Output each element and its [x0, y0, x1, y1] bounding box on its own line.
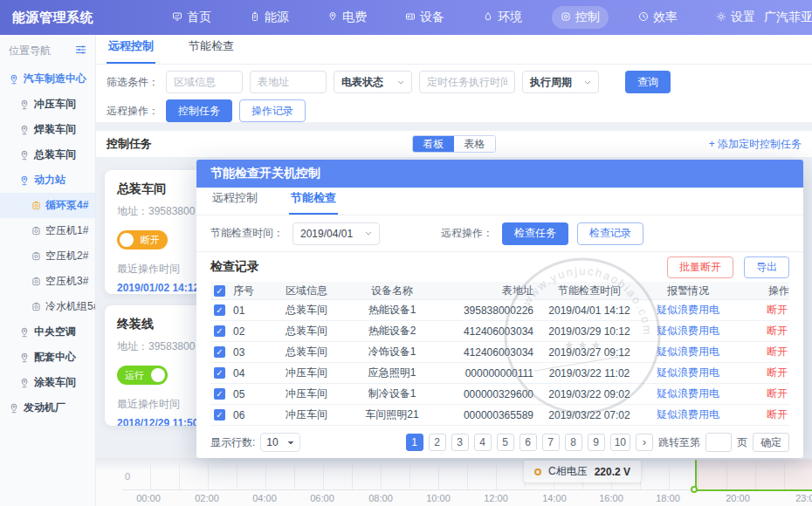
tree-filter-icon[interactable]	[75, 44, 86, 58]
next-page-button[interactable]: ›	[636, 434, 653, 451]
electricity-fee-icon	[327, 10, 338, 24]
alarm-link[interactable]: 疑似浪费用电	[645, 303, 731, 318]
table-view-button[interactable]: 表格	[454, 136, 495, 152]
period-select[interactable]: 执行周期	[522, 71, 599, 93]
sidebar-item-power-station[interactable]: 动力站	[0, 168, 95, 193]
table-row: ✓03 总装车间 冷饰设备1 412406003034 2019/03/27 0…	[210, 342, 789, 363]
row-checkbox[interactable]: ✓	[214, 304, 225, 316]
tab-remote-control[interactable]: 远程控制	[107, 38, 155, 64]
query-button[interactable]: 查询	[625, 71, 671, 93]
board-view-button[interactable]: 看板	[413, 136, 454, 152]
nav-item-environment[interactable]: 环境	[474, 6, 531, 29]
page-button-1[interactable]: 1	[406, 434, 423, 451]
disconnect-action[interactable]: 断开	[731, 303, 789, 318]
select-all-checkbox[interactable]: ✓	[214, 285, 225, 297]
sidebar-item-engine-plant[interactable]: 发动机厂	[0, 395, 95, 421]
page-button-6[interactable]: 6	[520, 434, 537, 451]
nav-item-control[interactable]: 控制	[552, 6, 609, 29]
sidebar-item-circulation-pump-4[interactable]: 循环泵4#	[0, 193, 95, 218]
alarm-link[interactable]: 疑似浪费用电	[645, 345, 731, 359]
tooltip-value: 220.2 V	[595, 466, 630, 478]
control-task-button[interactable]: 控制任务	[166, 99, 232, 122]
area-info-input[interactable]	[166, 71, 243, 93]
page-button-4[interactable]: 4	[474, 434, 492, 451]
voltage-chart: 0 C相电压 220.2 V 00:00 02:00 04:00 06:00 0…	[96, 458, 812, 506]
batch-disconnect-button[interactable]: 批量断开	[667, 256, 733, 278]
page-button-10[interactable]: 10	[610, 434, 630, 451]
jump-page-input[interactable]	[705, 433, 732, 452]
confirm-button[interactable]: 确定	[753, 433, 789, 452]
page-button-5[interactable]: 5	[497, 434, 514, 451]
records-title: 检查记录	[210, 259, 657, 275]
nav-item-efficiency[interactable]: 效率	[630, 6, 686, 29]
sidebar-item-central-ac[interactable]: 中央空调	[0, 319, 95, 345]
page-button-3[interactable]: 3	[451, 434, 469, 451]
sidebar-item-chiller-5[interactable]: 冷水机组5#	[0, 294, 95, 319]
nav-item-settings[interactable]: 设置	[707, 6, 764, 29]
energy-icon	[250, 10, 260, 24]
row-checkbox[interactable]: ✓	[214, 325, 225, 337]
page-button-2[interactable]: 2	[429, 434, 446, 451]
nav-item-device[interactable]: 设备	[396, 6, 453, 29]
meter-status-select[interactable]: 电表状态	[334, 71, 412, 93]
power-toggle-off[interactable]: 断开	[117, 230, 168, 250]
nav-item-energy[interactable]: 能源	[241, 6, 298, 29]
add-scheduled-task-link[interactable]: + 添加定时控制任务	[496, 137, 802, 152]
sidebar-item-compressor-1[interactable]: 空压机1#	[0, 218, 95, 243]
alarm-link[interactable]: 疑似浪费用电	[645, 324, 731, 338]
page-button-9[interactable]: 9	[588, 434, 605, 451]
x-tick: 16:00	[599, 493, 623, 503]
alarm-link[interactable]: 疑似浪费用电	[645, 386, 731, 401]
alarm-link[interactable]: 疑似浪费用电	[645, 407, 731, 422]
meter-address-input[interactable]	[250, 71, 327, 93]
modal-tab-energy[interactable]: 节能检查	[289, 190, 338, 215]
table-row: ✓02 总装车间 热能设备2 412406003034 2019/03/29 1…	[210, 321, 789, 342]
sidebar-item-painting[interactable]: 涂装车间	[0, 370, 95, 395]
tenant-dropdown[interactable]: 广汽菲亚特	[764, 10, 812, 25]
disconnect-action[interactable]: 断开	[731, 386, 789, 401]
chart-alert-region	[697, 460, 812, 489]
sidebar-item-assembly[interactable]: 总装车间	[0, 142, 95, 168]
y-axis-zero: 0	[125, 471, 130, 482]
modal-tab-remote[interactable]: 远程控制	[210, 190, 259, 215]
settings-icon	[716, 10, 726, 24]
chart-series-line	[695, 489, 812, 491]
row-checkbox[interactable]: ✓	[214, 388, 225, 400]
row-checkbox[interactable]: ✓	[214, 367, 225, 379]
disconnect-action[interactable]: 断开	[731, 407, 789, 422]
task-time-input[interactable]	[419, 71, 515, 93]
sidebar-item-compressor-2[interactable]: 空压机2#	[0, 243, 95, 269]
check-record-button[interactable]: 检查记录	[577, 222, 643, 245]
page-button-8[interactable]: 8	[565, 434, 582, 451]
series-marker-icon	[534, 468, 541, 475]
sidebar-item-support-center[interactable]: 配套中心	[0, 345, 95, 370]
disconnect-action[interactable]: 断开	[731, 345, 789, 359]
filter-label: 筛选条件：	[107, 75, 159, 90]
pagination: 显示行数: 10 1 2 3 4 5 6 7 8 9 10 › 跳转至第 页 确…	[196, 427, 803, 458]
nav-item-electricity-fee[interactable]: 电费	[319, 6, 375, 29]
disconnect-action[interactable]: 断开	[731, 366, 789, 380]
power-toggle-on[interactable]: 运行	[117, 366, 168, 385]
disconnect-action[interactable]: 断开	[731, 324, 789, 338]
check-date-select[interactable]: 2019/04/01	[292, 222, 380, 245]
page-button-7[interactable]: 7	[542, 434, 560, 451]
tab-energy-check[interactable]: 节能检查	[187, 38, 236, 64]
op-record-button[interactable]: 操作记录	[239, 99, 306, 122]
page-tabs: 远程控制 节能检查	[96, 35, 812, 65]
x-tick: 10:00	[426, 493, 451, 503]
check-task-button[interactable]: 检查任务	[502, 222, 568, 245]
navbar-right: 广汽菲亚特	[764, 10, 812, 25]
nav-item-home[interactable]: 首页	[163, 6, 220, 29]
sidebar-item-compressor-3[interactable]: 空压机3#	[0, 269, 95, 294]
row-checkbox[interactable]: ✓	[214, 409, 225, 421]
sidebar-item-stamping[interactable]: 冲压车间	[0, 92, 95, 117]
alarm-link[interactable]: 疑似浪费用电	[645, 366, 731, 380]
energy-check-modal: 节能检查开关机控制 远程控制 节能检查 节能检查时间： 2019/04/01 远…	[196, 160, 803, 458]
export-button[interactable]: 导出	[744, 256, 789, 278]
row-checkbox[interactable]: ✓	[214, 346, 225, 358]
card-addr: 39583800	[148, 340, 195, 352]
x-tick: 14:00	[542, 493, 567, 503]
sidebar-item-factory-center[interactable]: 汽车制造中心	[0, 66, 95, 92]
rows-per-page-select[interactable]: 10	[260, 433, 300, 452]
sidebar-item-welding[interactable]: 焊装车间	[0, 117, 95, 142]
